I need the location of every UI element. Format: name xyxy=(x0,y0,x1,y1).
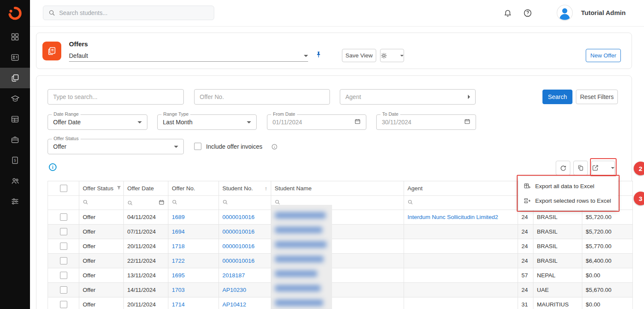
date-range-select[interactable]: Date Range Offer Date xyxy=(48,114,147,130)
sidebar-item-settings[interactable] xyxy=(0,191,30,212)
row-checkbox[interactable] xyxy=(60,228,67,235)
search-button[interactable]: Search xyxy=(542,90,572,104)
offer-no-link[interactable]: 1695 xyxy=(172,272,185,279)
filter-cell[interactable] xyxy=(219,196,271,210)
student-no-link[interactable]: 0000010016 xyxy=(222,214,255,220)
agent-select-label: Agent xyxy=(345,93,361,100)
row-checkbox[interactable] xyxy=(60,286,67,294)
filter-cell[interactable] xyxy=(404,196,518,210)
student-no-link[interactable]: 2018187 xyxy=(222,272,245,279)
keyword-search-input[interactable] xyxy=(53,93,178,100)
chevron-down-icon xyxy=(611,167,614,169)
chevron-down-icon xyxy=(138,121,142,123)
search-icon xyxy=(172,199,177,205)
app-logo[interactable] xyxy=(0,0,30,27)
user-avatar[interactable] xyxy=(557,5,573,21)
sidebar-item-courses[interactable] xyxy=(0,88,30,109)
student-no-link[interactable]: AP10230 xyxy=(222,287,246,293)
sidebar-item-dashboard[interactable] xyxy=(0,27,30,47)
col-label: Student No. xyxy=(222,185,253,192)
table-row: Offer20/11/20241714AP1041231MAURITIUS$0.… xyxy=(48,297,633,309)
menu-item-export-selected[interactable]: Export selected rows to Excel xyxy=(518,193,618,208)
refresh-button[interactable] xyxy=(556,161,570,175)
agent-link[interactable]: Interdum Nunc Sollicitudin Limited2 xyxy=(407,214,498,220)
offer-no-link[interactable]: 1694 xyxy=(172,228,185,235)
global-search[interactable] xyxy=(43,6,214,20)
sidebar-item-invoices[interactable]: $ xyxy=(0,150,30,171)
calendar-icon[interactable] xyxy=(159,199,165,207)
global-search-input[interactable] xyxy=(59,9,209,16)
filter-funnel-icon[interactable] xyxy=(116,185,122,192)
filter-cell xyxy=(48,196,79,210)
filter-cell[interactable] xyxy=(79,196,124,210)
row-checkbox[interactable] xyxy=(60,243,67,250)
help-button[interactable] xyxy=(523,9,532,19)
pin-view-button[interactable] xyxy=(315,51,322,60)
offer-no-input[interactable] xyxy=(200,93,324,100)
student-no-link[interactable]: AP10412 xyxy=(222,301,246,308)
agent-cell xyxy=(404,239,518,254)
row-checkbox[interactable] xyxy=(60,213,67,221)
menu-item-export-all[interactable]: Export all data to Excel xyxy=(518,179,618,193)
offer-no-link[interactable]: 1689 xyxy=(172,214,185,220)
col-student-no[interactable]: Student No.↑ xyxy=(219,181,271,196)
from-date-field[interactable]: From Date 01/11/2024 xyxy=(267,114,366,130)
col-student-name[interactable]: Student Name xyxy=(271,181,404,196)
student-no-link[interactable]: 0000010016 xyxy=(222,243,255,249)
col-label: Offer Status xyxy=(83,185,114,192)
select-all-checkbox[interactable] xyxy=(60,185,67,192)
offer-status-select[interactable]: Offer Status Offer xyxy=(48,139,184,154)
sidebar-item-services[interactable] xyxy=(0,129,30,150)
student-no-link[interactable]: 0000010016 xyxy=(222,258,255,264)
to-date-field[interactable]: To Date 30/11/2024 xyxy=(376,114,476,130)
offer-date-cell: 14/11/2024 xyxy=(124,283,168,297)
calendar-icon[interactable] xyxy=(354,118,361,126)
offer-no-link[interactable]: 1703 xyxy=(172,287,185,293)
col-offer-status[interactable]: Offer Status xyxy=(79,181,124,196)
col-offer-date[interactable]: Offer Date xyxy=(124,181,168,196)
offers-doc-icon xyxy=(47,46,57,56)
col-offer-no[interactable]: Offer No. xyxy=(168,181,219,196)
amount-cell: $5,720.00 xyxy=(582,210,633,225)
export-button[interactable] xyxy=(591,161,615,175)
keyword-search-field[interactable] xyxy=(48,89,184,105)
sidebar-item-contacts[interactable] xyxy=(0,47,30,68)
sidebar-nav: $ xyxy=(0,27,30,212)
copy-button[interactable] xyxy=(573,161,588,175)
info-alert-icon[interactable]: i xyxy=(49,163,57,171)
user-name[interactable]: Tutorial Admin xyxy=(581,9,626,16)
offer-no-field[interactable] xyxy=(194,89,330,105)
student-no-link[interactable]: 0000010016 xyxy=(222,228,255,235)
privacy-blur-student-names xyxy=(271,205,332,309)
amount-cell: $5,770.00 xyxy=(582,239,633,254)
col-agent[interactable]: Agent xyxy=(404,181,518,196)
sort-asc-icon[interactable]: ↑ xyxy=(265,185,268,192)
filter-cell[interactable] xyxy=(168,196,219,210)
agent-select[interactable]: Agent xyxy=(340,89,476,105)
reset-filters-button[interactable]: Reset Filters xyxy=(576,90,618,104)
sidebar-item-boards[interactable] xyxy=(0,109,30,129)
notifications-button[interactable] xyxy=(503,9,512,18)
save-view-button[interactable]: Save View xyxy=(342,49,376,62)
filter-cell[interactable] xyxy=(124,196,168,210)
sidebar-item-agents[interactable] xyxy=(0,171,30,191)
table-row: Offer14/11/20241703AP1023024UAE$5,670.00 xyxy=(48,283,633,297)
view-settings-button[interactable] xyxy=(380,49,404,62)
view-selector[interactable]: Default xyxy=(69,50,308,62)
offer-no-link[interactable]: 1718 xyxy=(172,243,185,249)
new-offer-button[interactable]: New Offer xyxy=(586,49,621,62)
dashboard-grid-icon xyxy=(11,33,19,41)
offer-status-cell: Offer xyxy=(79,254,124,268)
offer-no-link[interactable]: 1714 xyxy=(172,301,185,308)
row-checkbox[interactable] xyxy=(60,301,67,308)
table-row: Offer20/11/20241718000001001624BRASIL$5,… xyxy=(48,239,633,254)
range-type-select[interactable]: Range Type Last Month xyxy=(157,114,257,130)
row-select-cell xyxy=(48,268,79,283)
include-invoices-checkbox[interactable] xyxy=(194,143,201,150)
sidebar-item-offers[interactable] xyxy=(0,68,30,88)
row-checkbox[interactable] xyxy=(60,257,67,264)
calendar-icon[interactable] xyxy=(464,118,470,126)
offer-no-link[interactable]: 1722 xyxy=(172,258,185,264)
search-icon xyxy=(48,9,55,16)
row-checkbox[interactable] xyxy=(60,272,67,279)
